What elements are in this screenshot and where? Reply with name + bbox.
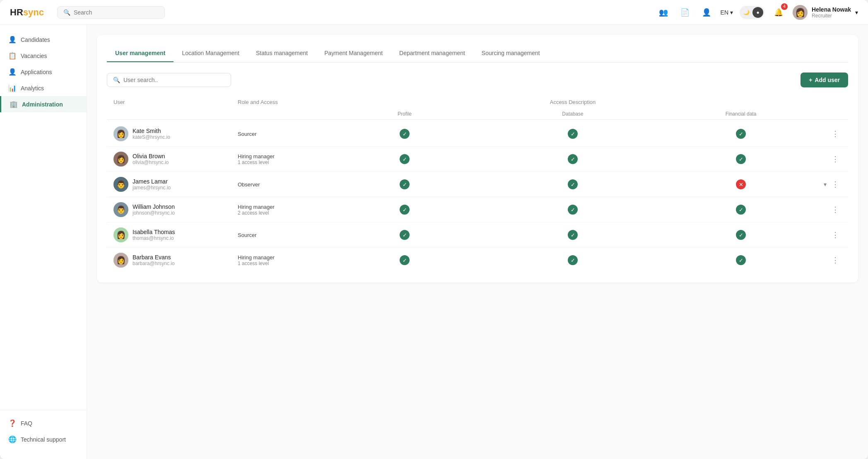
more-options-button[interactable]: ⋮ — [829, 230, 841, 240]
notifications-badge: 4 — [781, 3, 788, 10]
user-cell-info: William Johnson johnson@hrsync.io — [133, 203, 175, 216]
user-cell: 👨 James Lamar james@hrsync.io — [113, 177, 238, 192]
profile-access-cell: ✓ — [321, 179, 489, 189]
check-green-icon: ✓ — [736, 230, 746, 240]
table-row: 👩 Barbara Evans barbara@hrsync.io Hiring… — [107, 248, 848, 273]
sidebar-label-candidates: Candidates — [21, 36, 50, 43]
language-label: EN — [721, 9, 728, 16]
role-cell: Sourcer — [238, 232, 321, 238]
more-options-button[interactable]: ⋮ — [829, 204, 841, 215]
sidebar-label-applications: Applications — [21, 69, 52, 75]
sidebar-item-faq[interactable]: ❓ FAQ — [0, 415, 87, 431]
more-options-button[interactable]: ⋮ — [829, 255, 841, 266]
sidebar-item-vacancies[interactable]: 📋 Vacancies — [0, 48, 87, 64]
user-profile[interactable]: 👩 Helena Nowak Recruiter ▾ — [793, 5, 858, 20]
user-avatar: 👩 — [113, 253, 128, 268]
user-email: olivia@hrsync.io — [133, 159, 169, 165]
search-input[interactable] — [74, 9, 159, 16]
action-cell: ⋮ — [825, 204, 841, 215]
user-email: thomas@hrsync.io — [133, 235, 175, 241]
database-access-cell: ✓ — [489, 129, 657, 139]
theme-toggle[interactable]: 🌙 ● — [740, 6, 764, 19]
technical-support-icon: 🌐 — [8, 435, 17, 443]
sidebar-item-candidates[interactable]: 👤 Candidates — [0, 31, 87, 48]
person-add-icon[interactable]: 👤 — [699, 5, 714, 20]
check-green-icon: ✓ — [568, 230, 578, 240]
action-cell: ⋮ — [825, 154, 841, 164]
more-options-button[interactable]: ⋮ — [829, 154, 841, 164]
sidebar-item-applications[interactable]: 👤 Applications — [0, 64, 87, 80]
access-level: 1 access level — [238, 159, 321, 165]
sidebar-item-administration[interactable]: 🏢 Administration — [0, 96, 87, 112]
tab-status-management[interactable]: Status management — [248, 45, 316, 62]
document-icon[interactable]: 📄 — [678, 5, 692, 20]
more-options-button[interactable]: ⋮ — [829, 179, 841, 190]
main-content: User management Location Management Stat… — [87, 25, 868, 459]
dark-mode-btn[interactable]: ● — [752, 7, 763, 18]
tab-user-management[interactable]: User management — [107, 45, 174, 62]
role-label: Sourcer — [238, 232, 321, 238]
role-cell: Hiring manager 1 access level — [238, 153, 321, 165]
user-search-bar[interactable]: 🔍 — [107, 73, 231, 87]
column-user: User — [113, 99, 238, 105]
language-selector[interactable]: EN ▾ — [721, 9, 733, 16]
tab-location-management[interactable]: Location Management — [174, 45, 248, 62]
action-cell: ⋮ — [825, 255, 841, 266]
candidates-icon: 👤 — [8, 36, 17, 43]
user-search-input[interactable] — [123, 77, 225, 83]
user-avatar: 👩 — [113, 152, 128, 167]
check-green-icon: ✓ — [568, 129, 578, 139]
team-icon[interactable]: 👥 — [656, 5, 671, 20]
user-email: james@hrsync.io — [133, 185, 171, 191]
add-user-label: Add user — [815, 77, 840, 83]
table-subheader: Profile Database Financial data — [107, 109, 848, 120]
check-green-icon: ✓ — [736, 205, 746, 215]
user-avatar: 👩 — [113, 126, 128, 141]
light-mode-btn[interactable]: 🌙 — [741, 7, 752, 18]
check-green-icon: ✓ — [400, 129, 410, 139]
sidebar-nav: 👤 Candidates 📋 Vacancies 👤 Applications … — [0, 31, 87, 410]
tab-sourcing-management[interactable]: Sourcing management — [473, 45, 548, 62]
subcolumn-financial: Financial data — [657, 111, 825, 117]
column-access-description: Access Description — [321, 99, 825, 105]
financial-access-cell: ✓ — [657, 230, 825, 240]
financial-access-cell: ✓ — [657, 129, 825, 139]
more-options-button[interactable]: ⋮ — [829, 128, 841, 139]
notifications-button[interactable]: 🔔 4 — [771, 5, 786, 20]
financial-access-cell: ✓ — [657, 205, 825, 215]
subcolumn-profile: Profile — [321, 111, 489, 117]
expand-button[interactable]: ▾ — [824, 181, 827, 188]
sidebar-label-administration: Administration — [22, 101, 63, 108]
add-user-button[interactable]: + Add user — [800, 72, 848, 87]
action-cell: ⋮ — [825, 230, 841, 240]
user-name: William Johnson — [133, 203, 175, 210]
sidebar-item-analytics[interactable]: 📊 Analytics — [0, 80, 87, 96]
toolbar: 🔍 + Add user — [107, 72, 848, 87]
search-icon: 🔍 — [63, 9, 70, 16]
global-search[interactable]: 🔍 — [57, 6, 165, 19]
access-level: 2 access level — [238, 210, 321, 216]
role-cell: Sourcer — [238, 131, 321, 137]
tab-department-management[interactable]: Department management — [391, 45, 473, 62]
sidebar: 👤 Candidates 📋 Vacancies 👤 Applications … — [0, 25, 87, 459]
check-green-icon: ✓ — [736, 154, 746, 164]
analytics-icon: 📊 — [8, 84, 17, 92]
subcolumn-database: Database — [489, 111, 657, 117]
app-logo: HRsync — [10, 7, 44, 18]
user-cell: 👩 Olivia Brown olivia@hrsync.io — [113, 152, 238, 167]
check-red-icon: ✕ — [736, 179, 746, 189]
database-access-cell: ✓ — [489, 230, 657, 240]
role-cell: Observer — [238, 181, 321, 188]
search-icon: 🔍 — [113, 77, 120, 83]
action-cell: ▾ ⋮ — [825, 179, 841, 190]
profile-access-cell: ✓ — [321, 230, 489, 240]
role-label: Observer — [238, 181, 321, 188]
user-email: barbara@hrsync.io — [133, 261, 175, 266]
tab-payment-management[interactable]: Payment Management — [316, 45, 391, 62]
table-row: 👨 William Johnson johnson@hrsync.io Hiri… — [107, 197, 848, 222]
sidebar-item-technical-support[interactable]: 🌐 Technical support — [0, 431, 87, 447]
check-green-icon: ✓ — [568, 205, 578, 215]
user-cell-info: Barbara Evans barbara@hrsync.io — [133, 254, 175, 266]
role-cell: Hiring manager 1 access level — [238, 254, 321, 266]
action-cell: ⋮ — [825, 128, 841, 139]
